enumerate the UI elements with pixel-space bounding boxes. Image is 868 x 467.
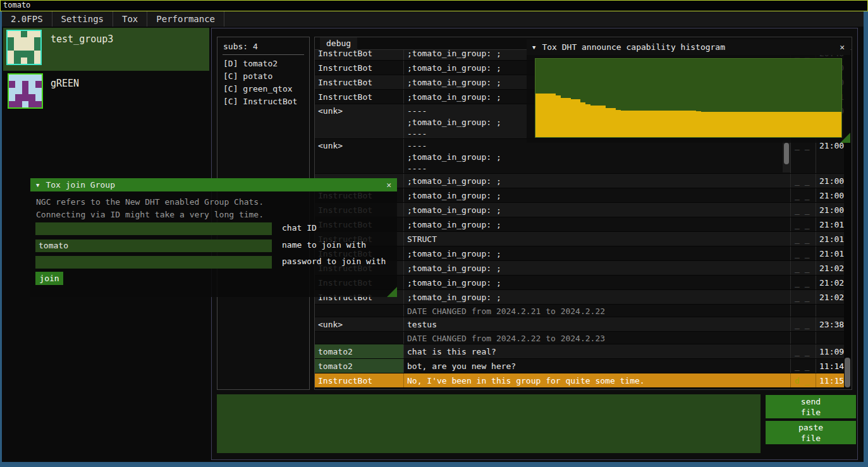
histogram-bar <box>706 112 711 137</box>
histogram-bar <box>766 112 771 137</box>
message-text: ;tomato_in_group: ; <box>403 246 790 260</box>
histogram-bar <box>611 108 616 137</box>
collapse-icon[interactable]: ▼ <box>532 44 535 51</box>
group-avatar <box>8 73 43 109</box>
histogram-bar <box>691 111 696 137</box>
message-text: DATE CHANGED from 2024.2.22 to 2024.2.23 <box>403 332 790 344</box>
histogram-bar <box>661 111 666 137</box>
paste-file-button[interactable]: paste file <box>766 421 856 444</box>
histogram-bar <box>641 111 646 137</box>
message-row[interactable]: <unk>testus_ _23:38 <box>315 317 845 332</box>
histogram-bar <box>721 112 726 137</box>
delivery-flags: _ _ <box>790 203 816 217</box>
member-item[interactable]: [C] potato <box>217 70 309 83</box>
close-icon[interactable]: ✕ <box>840 42 845 52</box>
message-row[interactable]: tomato2chat is this real?_ _11:09 <box>315 344 845 359</box>
sender-name: InstructBot <box>315 50 403 60</box>
message-text: ;tomato_in_group: ; <box>403 290 790 304</box>
group-name: gREEN <box>51 78 79 89</box>
chat-scrollbar-grab[interactable] <box>845 358 850 387</box>
sender-name: tomato2 <box>315 359 403 373</box>
sender-name: <unk> <box>315 104 403 138</box>
timestamp: 23:38 <box>816 317 845 331</box>
resize-grip[interactable] <box>840 133 850 143</box>
histogram-bar <box>681 111 686 137</box>
collapse-icon[interactable]: ▼ <box>36 182 39 188</box>
chat-id-input[interactable] <box>35 222 272 235</box>
histogram-bar <box>731 112 737 137</box>
histogram-bar <box>776 112 781 137</box>
timestamp: 21:00 <box>816 203 845 217</box>
member-item[interactable]: [C] InstructBot <box>217 95 309 108</box>
app-window: tomato 2.0FPS SettingsToxPerformance tes… <box>0 0 868 467</box>
histogram-bar <box>585 104 590 137</box>
sender-name <box>315 305 403 317</box>
message-text: ---- ;tomato_in_group: ; ---- <box>403 139 790 173</box>
delivery-flags: _ _ <box>790 290 816 304</box>
histogram-bar <box>771 112 776 137</box>
message-input[interactable] <box>217 394 761 453</box>
histogram-bar <box>616 110 621 137</box>
menu-item-tox[interactable]: Tox <box>113 11 147 27</box>
sender-name: InstructBot <box>315 90 403 104</box>
message-cell-scrollbar[interactable] <box>783 140 790 173</box>
group-row-test_group3[interactable]: test_group3 <box>3 28 209 71</box>
message-text: ;tomato_in_group: ; <box>403 188 790 202</box>
histogram-bar <box>676 111 681 137</box>
timestamp: 11:14 <box>816 359 845 373</box>
join-button[interactable]: join <box>35 272 63 285</box>
dht-histogram-titlebar: ▼ Tox DHT announce capability histogram … <box>527 39 850 55</box>
timestamp: 11:15 <box>816 373 845 387</box>
histogram-bar <box>741 112 746 137</box>
histogram-bar <box>590 106 596 137</box>
date-changed-row[interactable]: DATE CHANGED from 2024.2.22 to 2024.2.23 <box>315 332 845 344</box>
histogram-bar <box>797 112 802 137</box>
join-password-input[interactable] <box>35 256 272 269</box>
sender-name: InstructBot <box>315 75 403 89</box>
join-password-label: password to join with <box>282 257 386 266</box>
histogram-bar <box>831 112 836 137</box>
delivery-flags: _ _ <box>790 359 816 373</box>
delivery-flags: _ _ <box>790 139 816 173</box>
join-name-label: name to join with <box>282 240 366 250</box>
delivery-flags: _ _ <box>790 246 816 260</box>
message-row[interactable]: tomato2bot, are you new here?_ _11:14 <box>315 359 845 373</box>
message-text: ;tomato_in_group: ; <box>403 174 790 188</box>
date-changed-row[interactable]: DATE CHANGED from 2024.2.21 to 2024.2.22 <box>315 305 845 317</box>
message-row[interactable]: <unk>---- ;tomato_in_group: ; ----_ _21:… <box>315 139 845 174</box>
close-icon[interactable]: ✕ <box>386 180 391 190</box>
message-row[interactable]: InstructBotNo, I've been in this group f… <box>315 373 845 388</box>
histogram-bar <box>646 111 651 137</box>
histogram-bar <box>546 94 551 137</box>
histogram-bar <box>556 95 561 137</box>
group-row-gREEN[interactable]: gREEN <box>3 72 209 115</box>
message-text: DATE CHANGED from 2024.2.21 to 2024.2.22 <box>403 305 790 317</box>
chat-id-label: chat ID <box>282 223 317 233</box>
resize-grip[interactable] <box>387 287 397 297</box>
histogram-bar <box>826 112 831 137</box>
histogram-bar <box>756 112 761 137</box>
dht-histogram-title: Tox DHT announce capability histogram <box>542 42 725 52</box>
join-group-title: Tox join Group <box>46 180 115 190</box>
group-name: test_group3 <box>51 33 113 45</box>
histogram-bar <box>631 111 636 137</box>
histogram-bar <box>626 111 631 137</box>
menu-item-settings[interactable]: Settings <box>52 11 113 27</box>
histogram-bar <box>761 112 766 137</box>
menu-item-performance[interactable]: Performance <box>147 11 224 27</box>
join-name-input[interactable] <box>35 240 272 252</box>
member-item[interactable]: [D] tomato2 <box>217 58 309 70</box>
histogram-bar <box>701 112 706 137</box>
member-list: [D] tomato2[C] potato[C] green_qtox[C] I… <box>217 58 309 108</box>
send-file-button[interactable]: send file <box>766 395 856 418</box>
histogram-bar <box>686 111 691 137</box>
histogram-bar <box>671 111 676 137</box>
sender-name: InstructBot <box>315 61 403 75</box>
timestamp: 21:00 <box>816 188 845 202</box>
member-item[interactable]: [C] green_qtox <box>217 83 309 95</box>
timestamp: 11:09 <box>816 344 845 358</box>
histogram-bar <box>651 111 656 137</box>
join-group-body: NGC refers to the New DHT enabled Group … <box>30 191 397 297</box>
tab-debug[interactable]: debug <box>320 37 357 50</box>
message-cell-scrollbar-grab[interactable] <box>784 143 789 164</box>
